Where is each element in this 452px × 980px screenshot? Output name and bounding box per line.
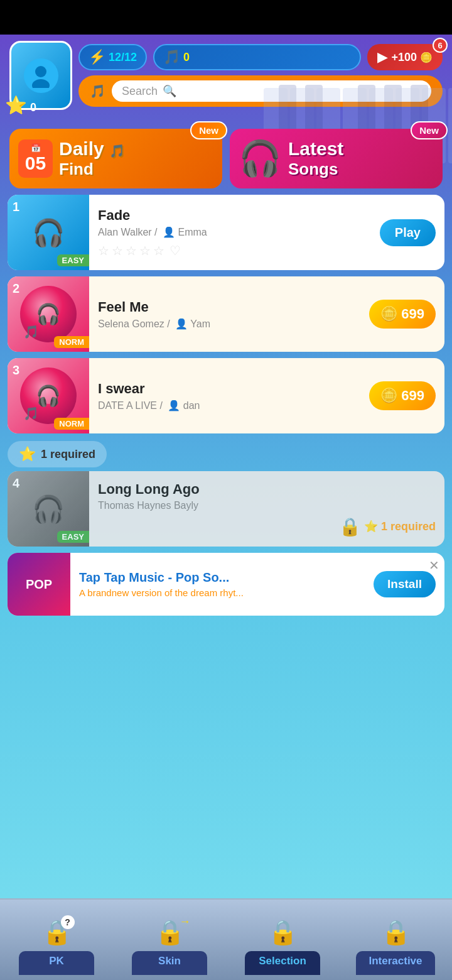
daily-calendar: 📅 05 [18, 139, 53, 178]
require-text-4: 1 required [381, 520, 436, 533]
song-list: 1 🎧 EASY Fade Alan Walker / 👤 Emma ☆ ☆ ☆… [0, 195, 452, 433]
nav-label-pk: PK [49, 955, 64, 967]
star-3: ☆ [126, 243, 137, 258]
headphone-icon: 🎧 [239, 138, 282, 179]
star-1: ☆ [98, 243, 109, 258]
nav-label-skin: Skin [158, 955, 181, 967]
energy-badge[interactable]: ⚡ 12/12 [78, 44, 147, 70]
star-5: ☆ [153, 243, 164, 258]
person-icon-1: 👤 [163, 227, 175, 237]
coin-icon: 🎵 [163, 49, 180, 65]
song-thumb-4: 4 🎧 EASY [8, 471, 89, 547]
locked-req-text: 1 required [41, 448, 95, 461]
difficulty-1: EASY [57, 254, 89, 266]
coin-price-icon-2: 🪙 [380, 306, 397, 322]
person-icon-3: 👤 [168, 400, 180, 411]
latest-songs-button[interactable]: 🎧 Latest Songs New [230, 129, 443, 188]
nav-label-interactive: Interactive [369, 955, 422, 967]
difficulty-2: NORM [54, 336, 89, 348]
locked-song-list: 4 🎧 EASY Long Long Ago Thomas Haynes Bay… [0, 471, 452, 547]
song-thumb-2: 2 🎧 🎵 NORM [8, 276, 89, 352]
latest-title-text: Latest [288, 138, 343, 160]
question-mark-pk: ? [61, 915, 75, 929]
latest-subtitle-text: Songs [288, 160, 343, 179]
favorite-icon-1[interactable]: ♡ [170, 243, 181, 258]
headphone-icon-3: 🎧 [36, 384, 61, 408]
search-placeholder-text: Search [122, 85, 158, 98]
ad-close-button[interactable]: ✕ [429, 558, 439, 573]
star-icon: ⭐ [5, 95, 27, 116]
nav-tab-block-pk: PK [19, 951, 94, 975]
star-2: ☆ [112, 243, 123, 258]
song-title-1: Fade [98, 207, 371, 224]
headphone-icon-4: 🎧 [32, 494, 65, 525]
nav-item-skin[interactable]: 🔒 → Skin [113, 900, 226, 980]
locked-section-header: ⭐ 1 required [8, 441, 107, 467]
music-note-icon: 🎵 [90, 84, 105, 99]
daily-date: 05 [24, 153, 46, 174]
song-rank-4: 4 [13, 476, 19, 491]
play-button-1[interactable]: Play [380, 219, 436, 246]
latest-text: Latest Songs [288, 138, 343, 179]
lightning-icon: ⚡ [89, 49, 105, 65]
song-artist-4: Thomas Haynes Bayly [98, 500, 436, 511]
song-item-3[interactable]: 3 🎧 🎵 NORM I swear DATE A LIVE / 👤 dan 🪙… [8, 358, 444, 433]
song-thumb-3: 3 🎧 🎵 NORM [8, 358, 89, 433]
nav-item-selection[interactable]: 🔒 Selection [226, 900, 339, 980]
daily-title-text: Daily 🎵 [59, 138, 125, 160]
category-row: 📅 05 Daily 🎵 Find New 🎧 Latest Songs New [0, 122, 452, 195]
daily-new-badge: New [190, 121, 227, 139]
price-value-3: 699 [401, 388, 424, 404]
ad-banner[interactable]: POP Tap Tap Music - Pop So... A brandnew… [8, 553, 444, 616]
person-icon-2: 👤 [175, 318, 188, 329]
price-button-2[interactable]: 🪙 699 [369, 300, 436, 329]
daily-find-button[interactable]: 📅 05 Daily 🎵 Find New [9, 129, 222, 188]
user-stars: 0 [30, 101, 36, 114]
song-title-4: Long Long Ago [98, 481, 436, 498]
svg-rect-9 [448, 88, 452, 163]
arrow-badge-skin: → [180, 915, 191, 928]
avatar-image [24, 58, 58, 93]
status-bar [0, 0, 452, 35]
avatar[interactable]: ⭐ 0 [9, 41, 72, 110]
song-item-4[interactable]: 4 🎧 EASY Long Long Ago Thomas Haynes Bay… [8, 471, 444, 547]
price-value-2: 699 [401, 306, 424, 322]
nav-tab-block-skin: Skin [132, 951, 207, 975]
song-item-2[interactable]: 2 🎧 🎵 NORM Feel Me Selena Gomez / 👤 Yam … [8, 276, 444, 352]
svg-point-1 [32, 79, 50, 88]
coin-price-icon-3: 🪙 [380, 388, 397, 404]
song-title-2: Feel Me [98, 299, 360, 315]
disk-visual-2: 🎧 🎵 [20, 286, 77, 342]
price-button-3[interactable]: 🪙 699 [369, 381, 436, 410]
coin-value: 0 [183, 51, 190, 64]
music-note-3: 🎵 [23, 406, 39, 421]
latest-subtitle-label: Songs [288, 160, 338, 178]
song-rating-1: ☆ ☆ ☆ ☆ ☆ ♡ [98, 243, 371, 258]
song-rank-3: 3 [13, 363, 19, 378]
install-button[interactable]: Install [374, 571, 436, 597]
svg-rect-12 [358, 85, 375, 132]
song-info-2: Feel Me Selena Gomez / 👤 Yam [89, 290, 369, 339]
song-thumb-1: 1 🎧 EASY [8, 195, 89, 270]
svg-point-0 [35, 66, 46, 77]
nav-item-interactive[interactable]: 🔒 Interactive [339, 900, 452, 980]
headphone-icon-1: 🎧 [32, 217, 65, 248]
nav-lock-skin: 🔒 → [155, 918, 185, 946]
daily-title-label: Daily [59, 138, 104, 159]
song-item-1[interactable]: 1 🎧 EASY Fade Alan Walker / 👤 Emma ☆ ☆ ☆… [8, 195, 444, 270]
latest-new-badge: New [411, 121, 448, 139]
svg-rect-13 [384, 85, 402, 132]
nav-label-selection: Selection [259, 955, 306, 967]
lock-requirement: 🔒 ⭐ 1 required [98, 516, 436, 537]
calendar-icon-label: 📅 [24, 143, 46, 153]
song-artist-3: DATE A LIVE / 👤 dan [98, 400, 360, 411]
nav-lock-interactive: 🔒 [381, 918, 411, 946]
artist-name-1: Alan Walker / [98, 227, 158, 237]
svg-rect-11 [305, 85, 323, 132]
latest-title-label: Latest [288, 138, 343, 159]
cover-by-3: dan [183, 400, 200, 411]
nav-lock-selection: 🔒 [268, 918, 298, 946]
music-note-2: 🎵 [23, 324, 39, 339]
star-4: ☆ [139, 243, 151, 258]
nav-item-pk[interactable]: 🔒 ? PK [0, 900, 113, 980]
